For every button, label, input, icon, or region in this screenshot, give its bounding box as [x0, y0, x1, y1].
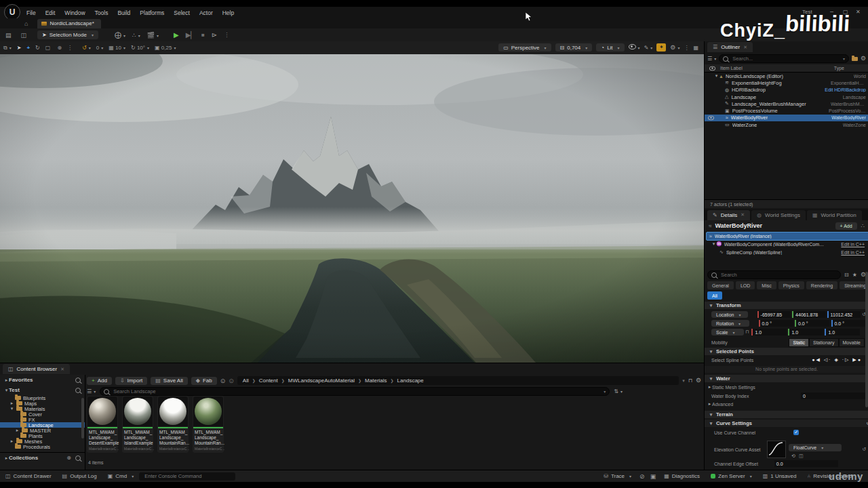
visibility-eye-icon[interactable] — [708, 116, 714, 120]
console-command-input[interactable] — [143, 472, 231, 480]
show-flags-icon[interactable] — [629, 44, 640, 51]
category-streaming[interactable]: Streaming — [840, 281, 868, 289]
rotation-dropdown[interactable]: Rotation — [711, 320, 749, 327]
component-row-spline[interactable]: ∿ SplineComp (WaterSpline) Edit in C++ — [719, 249, 867, 256]
world-coord-icon[interactable]: ⊕ — [57, 45, 62, 51]
maximize-viewport-icon[interactable]: ▦ — [693, 45, 698, 51]
component-row-waterbody[interactable]: ▾♒ WaterBodyComponent (WaterBodyRiverCom… — [711, 241, 867, 247]
outliner-row-hdri[interactable]: ◍ HDRIBackdrop Edit HDRIBackdrop — [705, 87, 868, 94]
tree-item-plants[interactable]: Plants — [0, 433, 85, 439]
console-command-box[interactable] — [139, 472, 235, 481]
scale-dropdown[interactable]: Scale — [711, 329, 744, 336]
tab-content-browser[interactable]: ◫ Content Browser ✕ — [3, 364, 70, 374]
details-search-input[interactable] — [719, 271, 837, 279]
category-rendering[interactable]: Rendering — [806, 281, 837, 289]
tree-scrollbar[interactable] — [81, 398, 84, 439]
browse-asset-icon[interactable]: ◫ — [799, 453, 804, 459]
collections-section[interactable]: ▸Collections ⊕ — [0, 452, 85, 463]
move-tool-icon[interactable]: + — [26, 45, 30, 51]
asset-tile-mountain1[interactable]: MTL_MWAM_ Landscape_ MountainRan... Mate… — [157, 396, 189, 453]
frame-skip-button[interactable]: ▶▏ — [186, 32, 196, 39]
home-icon[interactable]: ⌂ — [24, 20, 28, 27]
outliner-search[interactable]: ▾ — [719, 54, 849, 63]
outliner-search-input[interactable] — [731, 55, 840, 62]
menu-select[interactable]: Select — [169, 9, 195, 16]
channel-edge-offset-field[interactable]: 0.0 — [774, 460, 838, 467]
outliner-filter-icon[interactable]: ☰ — [707, 56, 716, 62]
unsaved-button[interactable]: ▥ 1 Unsaved — [757, 470, 802, 482]
location-x-field[interactable]: -65997.85 — [757, 311, 791, 318]
breadcrumb-all[interactable]: All — [243, 378, 249, 384]
landscape-brush-icon[interactable]: ✎ — [644, 45, 653, 51]
collections-search-icon[interactable] — [75, 455, 81, 461]
view-mode-selector[interactable]: ◔ Lit — [596, 43, 624, 52]
diagnostics-button[interactable]: ▦ Diagnostics — [658, 470, 705, 482]
spline-point-nav-icons[interactable]: ●◀ ◁· ◈ ·▷ ▶● — [812, 357, 862, 363]
launch-button[interactable]: ⊳ — [212, 32, 217, 39]
fab-button[interactable]: ◆ Fab — [191, 377, 217, 385]
output-log-button[interactable]: ▤ Output Log — [57, 470, 102, 482]
asset-filter-icon[interactable]: ☰ — [87, 388, 96, 394]
tab-world-partition[interactable]: ▦ World Partition — [807, 210, 862, 220]
root-section[interactable]: ▾Test — [0, 385, 85, 395]
outliner-row-waterbrush[interactable]: ✎ Landscape_WaterBrushManager WaterBrush… — [705, 100, 868, 107]
close-outliner-icon[interactable]: ✕ — [743, 45, 747, 50]
add-actor-icon[interactable]: ⨁ — [115, 31, 125, 39]
blueprints-icon[interactable]: ∴ — [132, 32, 140, 39]
add-button[interactable]: + Add — [87, 377, 112, 385]
viewport-options-icon[interactable]: ⧉ — [3, 45, 12, 52]
snap-surface-value[interactable]: 0 — [96, 45, 103, 51]
use-curve-channel-checkbox[interactable]: ✓ — [793, 430, 799, 435]
edit-in-cpp-link-2[interactable]: Edit in C++ — [841, 250, 865, 255]
perspective-selector[interactable]: ▭ Perspective — [498, 43, 551, 52]
outliner-row-postprocess[interactable]: ▣ PostProcessVolume PostProcessVolume — [705, 107, 868, 114]
reset-elevation-icon[interactable]: ↺ — [862, 447, 866, 452]
curve-asset-dropdown[interactable]: FloatCurve — [789, 444, 842, 451]
snap-grid-value[interactable]: ▦ 10 — [108, 45, 125, 51]
viewport-3d-scene[interactable] — [0, 54, 704, 363]
screen-percentage-control[interactable]: ⊟ 0,704 — [555, 43, 593, 52]
outliner-row-fog[interactable]: ≋ ExponentialHeightFog ExponentialHeight… — [705, 79, 868, 86]
advanced-row[interactable]: ▸Advanced — [707, 401, 733, 407]
tree-item-blueprints[interactable]: Blueprints — [0, 395, 85, 401]
outliner-settings-icon[interactable]: ⚙ — [861, 56, 866, 62]
section-curve-settings[interactable]: ▾Curve Settings ↺ — [705, 420, 868, 427]
category-general[interactable]: General — [707, 281, 734, 289]
favorites-search-icon[interactable] — [75, 378, 81, 383]
mode-selector[interactable]: ➤ Selection Mode — [37, 30, 98, 39]
screenshot-icon[interactable]: ⊘ — [639, 473, 645, 480]
game-view-toggle-icon[interactable]: ✦ — [656, 43, 666, 52]
outliner-row-world[interactable]: ▾▲ NordicLandscape (Editor) World — [705, 73, 868, 79]
save-all-button[interactable]: ▤ Save All — [151, 377, 187, 385]
viewport-more-icon[interactable]: ⋮ — [684, 45, 689, 51]
location-y-field[interactable]: 44061.878 — [792, 311, 826, 318]
edit-hdribackdrop-link[interactable]: Edit HDRIBackdrop — [825, 87, 866, 92]
menu-window[interactable]: Window — [60, 9, 90, 16]
menu-platforms[interactable]: Platforms — [135, 9, 169, 16]
mobility-stationary-button[interactable]: Stationary — [809, 338, 839, 347]
tree-item-materials[interactable]: ▾Materials — [0, 406, 85, 411]
tab-world-settings[interactable]: ◍ World Settings — [751, 210, 806, 220]
history-forward-icon[interactable]: ⊙ — [229, 378, 234, 384]
details-search[interactable] — [707, 270, 841, 279]
location-dropdown[interactable]: Location — [711, 311, 748, 318]
scale-x-field[interactable]: 1.0 — [751, 329, 787, 336]
component-row-instance[interactable]: ≈ WaterBodyRiver (Instance) — [706, 232, 868, 241]
asset-tile-mountain2[interactable]: MTL_MWAM_ Landscape_ MountainRan... Mate… — [193, 396, 224, 453]
menu-tools[interactable]: Tools — [90, 9, 113, 16]
scale-tool-icon[interactable]: ▢ — [45, 45, 51, 51]
outliner-row-waterbodyriver[interactable]: ≈ WaterBodyRiver WaterBodyRiver — [705, 115, 868, 121]
camera-icon[interactable]: ▣ — [650, 473, 656, 480]
level-tab[interactable]: NordicLandscape* — [37, 19, 100, 28]
static-mesh-settings-row[interactable]: ▸Static Mesh Settings — [707, 384, 755, 390]
menu-edit[interactable]: Edit — [41, 9, 60, 16]
close-button[interactable]: ✕ — [856, 9, 861, 15]
add-component-button[interactable]: + Add — [835, 222, 857, 230]
menu-help[interactable]: Help — [218, 9, 239, 16]
path-options-icon[interactable]: ▾ — [682, 378, 685, 384]
category-all[interactable]: All — [707, 291, 722, 300]
category-misc[interactable]: Misc — [757, 281, 776, 289]
transform-options-icon[interactable]: ⋮ — [67, 45, 73, 51]
category-physics[interactable]: Physics — [778, 281, 804, 289]
content-settings-icon[interactable]: ⚙ — [696, 378, 701, 384]
